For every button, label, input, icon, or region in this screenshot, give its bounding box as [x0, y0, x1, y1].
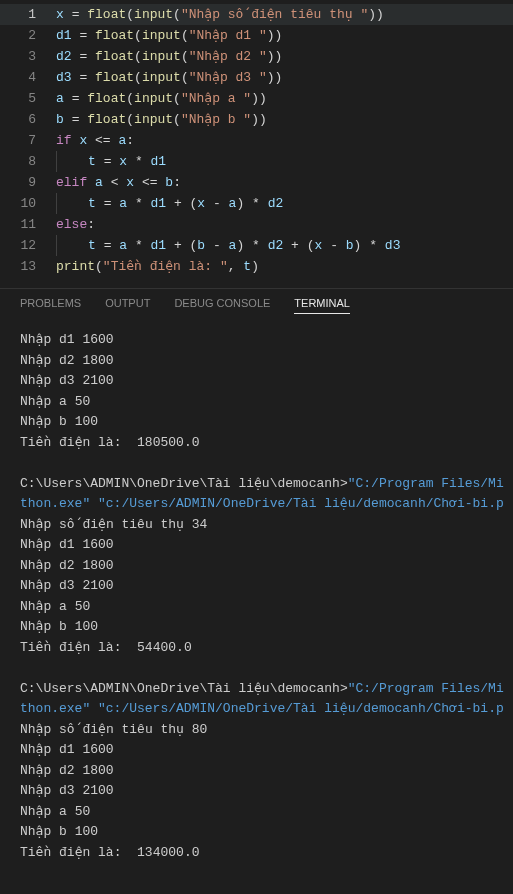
- code-line[interactable]: 13print("Tiền điện là: ", t): [0, 256, 513, 277]
- panel-tabs: PROBLEMSOUTPUTDEBUG CONSOLETERMINAL: [0, 289, 513, 322]
- line-number: 12: [0, 235, 56, 256]
- terminal-line: Nhập d3 2100: [20, 781, 493, 802]
- terminal-line: C:\Users\ADMIN\OneDrive\Tài liệu\democan…: [20, 679, 493, 700]
- code-content[interactable]: t = x * d1: [56, 151, 166, 172]
- code-line[interactable]: 1x = float(input("Nhập số điện tiêu thụ …: [0, 4, 513, 25]
- line-number: 4: [0, 67, 56, 88]
- terminal-line: Nhập d1 1600: [20, 535, 493, 556]
- terminal-line: Nhập d2 1800: [20, 351, 493, 372]
- code-content[interactable]: d1 = float(input("Nhập d1 ")): [56, 25, 282, 46]
- line-number: 11: [0, 214, 56, 235]
- code-content[interactable]: else:: [56, 214, 95, 235]
- line-number: 5: [0, 88, 56, 109]
- code-content[interactable]: b = float(input("Nhập b ")): [56, 109, 267, 130]
- code-content[interactable]: x = float(input("Nhập số điện tiêu thụ "…: [56, 4, 384, 25]
- code-line[interactable]: 7if x <= a:: [0, 130, 513, 151]
- line-number: 2: [0, 25, 56, 46]
- code-line[interactable]: 9elif a < x <= b:: [0, 172, 513, 193]
- terminal-line: C:\Users\ADMIN\OneDrive\Tài liệu\democan…: [20, 474, 493, 495]
- code-line[interactable]: 6b = float(input("Nhập b ")): [0, 109, 513, 130]
- terminal-line: Nhập số điện tiêu thụ 34: [20, 515, 493, 536]
- code-content[interactable]: a = float(input("Nhập a ")): [56, 88, 267, 109]
- line-number: 1: [0, 4, 56, 25]
- line-number: 7: [0, 130, 56, 151]
- code-line[interactable]: 3d2 = float(input("Nhập d2 ")): [0, 46, 513, 67]
- code-line[interactable]: 12 t = a * d1 + (b - a) * d2 + (x - b) *…: [0, 235, 513, 256]
- panel-tab-output[interactable]: OUTPUT: [105, 297, 150, 314]
- line-number: 6: [0, 109, 56, 130]
- code-content[interactable]: t = a * d1 + (x - a) * d2: [56, 193, 283, 214]
- terminal-line: Nhập a 50: [20, 802, 493, 823]
- code-content[interactable]: elif a < x <= b:: [56, 172, 181, 193]
- terminal-line: [20, 658, 493, 679]
- terminal-line: Tiền điện là: 180500.0: [20, 433, 493, 454]
- terminal-output[interactable]: Nhập d1 1600Nhập d2 1800Nhập d3 2100Nhập…: [0, 322, 513, 871]
- panel-tab-problems[interactable]: PROBLEMS: [20, 297, 81, 314]
- line-number: 10: [0, 193, 56, 214]
- terminal-line: Nhập a 50: [20, 597, 493, 618]
- code-line[interactable]: 5a = float(input("Nhập a ")): [0, 88, 513, 109]
- terminal-line: [20, 453, 493, 474]
- code-line[interactable]: 11else:: [0, 214, 513, 235]
- terminal-line: Nhập b 100: [20, 822, 493, 843]
- terminal-line: Nhập a 50: [20, 392, 493, 413]
- terminal-line: Tiền điện là: 134000.0: [20, 843, 493, 864]
- panel-tab-debug-console[interactable]: DEBUG CONSOLE: [174, 297, 270, 314]
- terminal-line: Nhập d2 1800: [20, 556, 493, 577]
- code-line[interactable]: 8 t = x * d1: [0, 151, 513, 172]
- terminal-line: Nhập d2 1800: [20, 761, 493, 782]
- terminal-line: Nhập b 100: [20, 617, 493, 638]
- panel-tab-terminal[interactable]: TERMINAL: [294, 297, 350, 314]
- terminal-line: thon.exe" "c:/Users/ADMIN/OneDrive/Tài l…: [20, 494, 493, 515]
- terminal-line: Nhập d3 2100: [20, 576, 493, 597]
- code-content[interactable]: if x <= a:: [56, 130, 134, 151]
- terminal-line: Tiền điện là: 54400.0: [20, 638, 493, 659]
- terminal-line: Nhập d1 1600: [20, 330, 493, 351]
- code-editor[interactable]: 1x = float(input("Nhập số điện tiêu thụ …: [0, 0, 513, 288]
- code-line[interactable]: 4d3 = float(input("Nhập d3 ")): [0, 67, 513, 88]
- code-content[interactable]: d2 = float(input("Nhập d2 ")): [56, 46, 282, 67]
- terminal-line: Nhập d3 2100: [20, 371, 493, 392]
- terminal-line: Nhập b 100: [20, 412, 493, 433]
- line-number: 8: [0, 151, 56, 172]
- code-line[interactable]: 2d1 = float(input("Nhập d1 ")): [0, 25, 513, 46]
- code-content[interactable]: d3 = float(input("Nhập d3 ")): [56, 67, 282, 88]
- bottom-panel: PROBLEMSOUTPUTDEBUG CONSOLETERMINAL Nhập…: [0, 288, 513, 871]
- code-content[interactable]: print("Tiền điện là: ", t): [56, 256, 259, 277]
- terminal-line: Nhập d1 1600: [20, 740, 493, 761]
- line-number: 3: [0, 46, 56, 67]
- line-number: 13: [0, 256, 56, 277]
- code-content[interactable]: t = a * d1 + (b - a) * d2 + (x - b) * d3: [56, 235, 400, 256]
- terminal-line: Nhập số điện tiêu thụ 80: [20, 720, 493, 741]
- line-number: 9: [0, 172, 56, 193]
- terminal-line: thon.exe" "c:/Users/ADMIN/OneDrive/Tài l…: [20, 699, 493, 720]
- code-line[interactable]: 10 t = a * d1 + (x - a) * d2: [0, 193, 513, 214]
